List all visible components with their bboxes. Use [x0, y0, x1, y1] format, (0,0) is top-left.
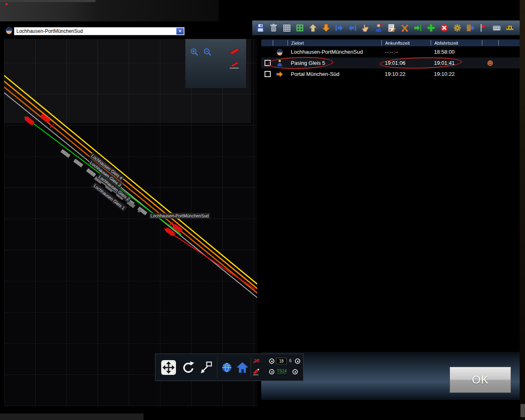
header-ankunftszeit: Ankunftszeit [381, 40, 431, 46]
chevron-down-icon[interactable]: ▼ [176, 28, 184, 34]
app-root: Lochhausen-PortMünchenSud ▼ [0, 0, 525, 420]
depot-icon[interactable] [504, 23, 515, 33]
signal-radio-4[interactable] [292, 369, 298, 374]
header-abfahrtszeit: Abfahrtszeit [431, 40, 482, 46]
cell-ankunftszeit: 19:10:22 [381, 71, 431, 77]
home-icon[interactable] [235, 360, 250, 375]
signal-icon [252, 368, 260, 376]
conductor-icon [273, 48, 288, 57]
track-edit-icon[interactable] [228, 46, 241, 57]
background-scene-right-edge [520, 0, 525, 420]
station-dropdown-value: Lochhausen-PortMünchenSud [14, 28, 176, 34]
face-icon [482, 59, 498, 67]
delete-icon[interactable] [268, 23, 279, 33]
pan-move-icon[interactable] [160, 358, 178, 377]
block-value-field[interactable]: 18 [276, 358, 287, 364]
schedule-table-header: Zielort Ankunftszeit Abfahrtszeit [261, 39, 520, 46]
portal-icon [273, 70, 288, 78]
zoom-out-icon[interactable] [201, 46, 214, 58]
window-icon [4, 25, 14, 35]
move-down-icon[interactable] [321, 23, 331, 33]
map-nav-toolbar: 30 18 6 TS14 [155, 354, 304, 381]
grid-small-icon[interactable] [281, 23, 292, 33]
swap-route-icon[interactable] [399, 23, 410, 33]
schedule-row-pasing[interactable]: Pasing Gleis 5 19:01:06 19:01:41 [261, 57, 520, 68]
cell-abfahrtszeit: 19:10:22 [431, 71, 482, 77]
ok-button[interactable]: OK [450, 367, 511, 393]
edit-timetable-icon[interactable] [386, 23, 397, 33]
save-icon[interactable] [255, 23, 266, 33]
keypad-icon[interactable] [491, 23, 502, 33]
insert-before-icon[interactable] [347, 23, 358, 33]
cell-ankunftszeit: 19:01:06 [381, 60, 431, 66]
background-scene-mid [96, 0, 219, 21]
signal-radio-3[interactable] [269, 369, 274, 374]
move-up-icon[interactable] [308, 23, 318, 33]
settings-gear-icon[interactable] [452, 23, 463, 33]
header-zielort: Zielort [288, 40, 381, 46]
track-map[interactable]: Lochhausen Gleis 4 Lochhausen Gleis 3 Lo… [4, 39, 257, 406]
ts-label: TS14 [277, 369, 287, 374]
zoom-in-icon[interactable] [188, 46, 201, 58]
add-contact-icon[interactable] [373, 23, 384, 33]
rotate-view-icon[interactable] [179, 358, 197, 377]
cell-zielort: Lochhausen-PortMünchenSud [288, 49, 381, 55]
schedule-row-portal[interactable]: Portal München-Süd 19:10:22 19:10:22 [261, 68, 520, 80]
jump-to-view-icon[interactable] [197, 358, 215, 377]
delete-route-icon[interactable] [439, 23, 450, 33]
route-to-end-icon[interactable] [413, 23, 423, 33]
insert-after-icon[interactable] [334, 23, 345, 33]
cell-zielort: Portal München-Süd [288, 71, 381, 77]
toolbar-divider [217, 356, 217, 378]
background-scene-bottom [0, 413, 144, 420]
track-label-route: Lochhausen-PortMünchenSud [149, 213, 210, 219]
map-tools-panel [185, 39, 246, 88]
exit-route-icon[interactable] [465, 23, 476, 33]
scene-signal-dot [5, 3, 8, 5]
schedule-row-start[interactable]: Lochhausen-PortMünchenSud --:--:-- 18:58… [261, 46, 520, 57]
cell-abfahrtszeit: 18:58:00 [431, 49, 482, 55]
passenger-icon [273, 59, 288, 67]
signal-radio-2[interactable] [295, 358, 300, 364]
row-checkbox[interactable] [265, 71, 271, 77]
add-stop-icon[interactable] [426, 23, 436, 33]
background-scene-left [0, 0, 96, 21]
toolbar-divider [251, 356, 251, 378]
cell-zielort: Pasing Gleis 5 [288, 60, 381, 66]
station-dropdown[interactable]: Lochhausen-PortMünchenSud ▼ [14, 27, 185, 35]
track-map-canvas[interactable] [4, 39, 257, 406]
grid-large-icon[interactable] [294, 23, 305, 33]
cell-abfahrtszeit: 19:01:41 [431, 60, 482, 66]
gauge-label: 6 [289, 358, 292, 363]
background-scene-right-block [520, 404, 525, 417]
globe-icon[interactable] [219, 360, 234, 375]
cell-ankunftszeit: --:--:-- [381, 49, 431, 55]
row-checkbox[interactable] [265, 60, 271, 66]
flag-icon[interactable] [478, 23, 489, 33]
schedule-toolbar [252, 21, 520, 35]
speed-limit-label: 30 [254, 358, 259, 364]
background-scene-strip [0, 0, 96, 2]
signal-radio-1[interactable] [269, 358, 274, 364]
track-edit-alt-icon[interactable] [228, 59, 241, 71]
select-hand-icon[interactable] [360, 23, 371, 33]
